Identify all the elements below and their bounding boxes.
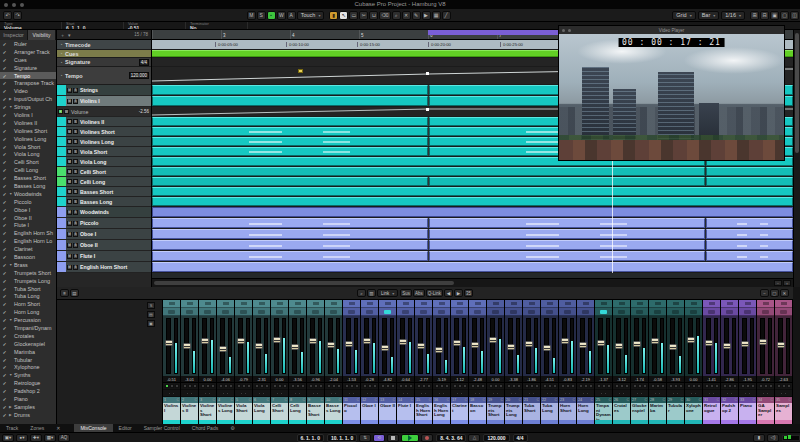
- clip-celli-long[interactable]: Celli Long: [706, 177, 793, 186]
- write-button[interactable]: [550, 392, 553, 395]
- listen-button[interactable]: [327, 384, 331, 388]
- listen-button[interactable]: [237, 384, 241, 388]
- clip-oboe-ii[interactable]: [429, 240, 705, 250]
- listen-button[interactable]: [309, 384, 313, 388]
- fader-handle[interactable]: [669, 344, 677, 350]
- clip-violines-short[interactable]: [152, 127, 428, 136]
- mixer-channel-horn-long[interactable]: -2.1924CHorn Long: [577, 300, 595, 424]
- clip-viola-short[interactable]: [152, 147, 428, 156]
- write-button[interactable]: [532, 392, 535, 395]
- state-button-w[interactable]: W: [277, 11, 286, 20]
- write-button[interactable]: [514, 392, 517, 395]
- track-row-basses-long[interactable]: MSBasses Long: [57, 197, 151, 207]
- write-button[interactable]: [604, 392, 607, 395]
- solo-button[interactable]: [463, 384, 467, 388]
- fader-handle[interactable]: [705, 340, 713, 346]
- mixer-channel-padshop-2[interactable]: -2.8632CPadshop 2: [721, 300, 739, 424]
- read-button[interactable]: [276, 392, 279, 395]
- search-icon[interactable]: ⌕: [357, 289, 366, 297]
- automation-mode-select[interactable]: Touch ▾: [297, 11, 325, 20]
- edit-channel-button[interactable]: [613, 308, 630, 316]
- visibility-item-retrologue[interactable]: ✓Retrologue: [0, 379, 56, 387]
- fader-handle[interactable]: [525, 341, 533, 347]
- write-button[interactable]: [658, 392, 661, 395]
- clip-basses-short[interactable]: [152, 187, 793, 196]
- fader-handle[interactable]: [219, 346, 227, 352]
- zoom-tool[interactable]: ⌕: [392, 11, 401, 20]
- solo-button[interactable]: [247, 384, 251, 388]
- solo-button[interactable]: S: [73, 169, 78, 174]
- solo-button[interactable]: [643, 384, 647, 388]
- draw-tool[interactable]: ✎: [412, 11, 421, 20]
- position-display[interactable]: 8. 4. 3. 64: [436, 434, 466, 442]
- mute-button[interactable]: [548, 384, 552, 388]
- mute-button[interactable]: [512, 384, 516, 388]
- mute-button[interactable]: M: [67, 199, 72, 204]
- tempo-display[interactable]: 120.000: [483, 434, 509, 442]
- mute-button[interactable]: M: [67, 88, 72, 93]
- fader-handle[interactable]: [273, 337, 281, 343]
- solo-button[interactable]: S: [73, 210, 78, 215]
- visibility-item-timpani-dynam[interactable]: ✓Timpani/Dynam: [0, 324, 56, 332]
- mute-button[interactable]: M: [67, 159, 72, 164]
- solo-button[interactable]: [769, 384, 773, 388]
- visibility-item-tubular[interactable]: ✓Tubular: [0, 356, 56, 364]
- visibility-item-strings[interactable]: ✓▼Strings: [0, 103, 56, 111]
- write-button[interactable]: [334, 392, 337, 395]
- lane-oboe-i[interactable]: Oboe I: [152, 229, 793, 240]
- combine-tool[interactable]: ▮: [329, 11, 338, 20]
- solo-button[interactable]: [301, 384, 305, 388]
- read-button[interactable]: [384, 392, 387, 395]
- edit-channel-button[interactable]: [181, 308, 198, 316]
- mute-button[interactable]: [296, 384, 300, 388]
- solo-button[interactable]: S: [73, 149, 78, 154]
- listen-button[interactable]: [453, 384, 457, 388]
- solo-button[interactable]: S: [73, 99, 78, 104]
- range-selection-tool[interactable]: ▭: [349, 11, 358, 20]
- mute-button[interactable]: M: [67, 99, 72, 104]
- workspace-icon[interactable]: ▣▾: [2, 434, 14, 442]
- visibility-item-signature[interactable]: ✓Signature: [0, 64, 56, 72]
- write-button[interactable]: [172, 392, 175, 395]
- fader-handle[interactable]: [777, 342, 785, 348]
- mute-button[interactable]: M: [67, 139, 72, 144]
- write-automation-button[interactable]: W: [64, 109, 69, 114]
- listen-button[interactable]: [183, 384, 187, 388]
- mixer-channel-tuba-short[interactable]: -1.8621CTuba Short: [523, 300, 541, 424]
- write-button[interactable]: [190, 392, 193, 395]
- mixer-channel-tuba-long[interactable]: -4.5122CTuba Long: [541, 300, 559, 424]
- edit-channel-button[interactable]: [433, 308, 450, 316]
- solo-button[interactable]: [553, 384, 557, 388]
- mute-button[interactable]: [386, 384, 390, 388]
- visibility-item-padshop-2[interactable]: ✓Padshop 2: [0, 387, 56, 395]
- read-button[interactable]: [636, 392, 639, 395]
- tab-visibility[interactable]: Visibility: [28, 30, 56, 40]
- listen-button[interactable]: [417, 384, 421, 388]
- mute-button[interactable]: [422, 384, 426, 388]
- scroll-thumb[interactable]: [795, 33, 799, 153]
- mute-button[interactable]: M: [67, 179, 72, 184]
- clip-celli-short[interactable]: [706, 167, 793, 176]
- mixer-channel-marimba[interactable]: -0.5828CMarimba: [649, 300, 667, 424]
- solo-button[interactable]: S: [73, 179, 78, 184]
- fader-handle[interactable]: [363, 338, 371, 344]
- write-button[interactable]: [622, 392, 625, 395]
- visibility-item-cues[interactable]: ✓Cues: [0, 56, 56, 64]
- edit-channel-button[interactable]: [631, 308, 648, 316]
- track-row-tempo[interactable]: ◔Tempo120.000: [57, 67, 151, 85]
- mixer-channel-viola-short[interactable]: -0.795CViola Short: [235, 300, 253, 424]
- solo-button[interactable]: [535, 384, 539, 388]
- mute-tool[interactable]: ✕: [402, 11, 411, 20]
- visibility-item-marimba[interactable]: ✓Marimba: [0, 348, 56, 356]
- close-panel-icon[interactable]: ✕: [780, 289, 789, 297]
- read-button[interactable]: [546, 392, 549, 395]
- read-button[interactable]: [672, 392, 675, 395]
- track-row-timecode[interactable]: ◔Timecode: [57, 40, 151, 50]
- visibility-item-crotales[interactable]: ✓Crotales: [0, 332, 56, 340]
- solo-button[interactable]: [571, 384, 575, 388]
- clip-piccolo[interactable]: [429, 218, 705, 228]
- tab-zones[interactable]: Zones: [24, 424, 50, 432]
- lane-woodwinds[interactable]: [152, 207, 793, 218]
- object-selection-tool[interactable]: ↖: [339, 11, 348, 20]
- mixer-channel-piccolo[interactable]: -1.5311CPiccolo: [343, 300, 361, 424]
